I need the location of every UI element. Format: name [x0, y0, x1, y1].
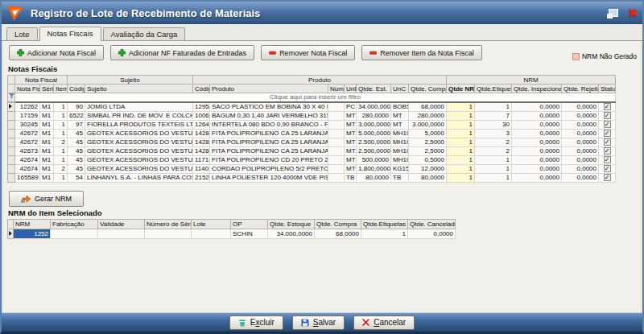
row-indicator[interactable]	[8, 147, 15, 156]
cell[interactable]: 1	[54, 147, 68, 156]
cell[interactable]: ✓	[599, 165, 616, 174]
remover-item-nota-fiscal-button[interactable]: Remover Item da Nota Fiscal	[361, 45, 482, 60]
status-checkbox[interactable]: ✓	[604, 174, 611, 181]
cell[interactable]	[328, 165, 345, 174]
cell[interactable]: 2	[54, 138, 68, 147]
cell[interactable]: 14284	[193, 147, 210, 156]
cell[interactable]: SACO PLASTICO EM BOBINA 30 X 40 INCOLOR	[210, 102, 328, 112]
adicionar-nota-fiscal-button[interactable]: Adicionar Nota Fiscal	[9, 45, 104, 60]
column-header[interactable]: Número	[328, 85, 345, 93]
row-indicator[interactable]	[8, 174, 15, 183]
cell[interactable]: 45	[68, 165, 85, 174]
cell[interactable]: M1	[40, 130, 54, 138]
column-header[interactable]: Validade	[98, 220, 145, 229]
column-header[interactable]: Lote	[192, 220, 231, 229]
cell[interactable]: 0,0000	[562, 102, 599, 112]
cell[interactable]: 3.000,0000	[357, 121, 391, 130]
filter-prompt[interactable]: Clique aqui para inserir um filtro	[15, 93, 616, 103]
row-indicator[interactable]	[8, 121, 15, 130]
column-header[interactable]: Qtde. Est.	[357, 85, 391, 93]
cell[interactable]: BAGUM 0,30 1,40 JARI VERMELHO 3150	[210, 112, 328, 121]
cell[interactable]: 0,0000	[562, 121, 599, 130]
column-header[interactable]: Qtde. Compra	[409, 85, 447, 93]
row-indicator[interactable]	[8, 112, 15, 121]
cell[interactable]: 14284	[193, 138, 210, 147]
cell[interactable]: INTERTELA 080 BDO 0,90 BRANCO - FIORELLA	[210, 121, 328, 130]
cell[interactable]: 1	[475, 102, 512, 112]
cell[interactable]: 1	[447, 138, 475, 147]
cell[interactable]: 0,0000	[512, 130, 562, 138]
cell[interactable]: 1	[54, 174, 68, 183]
cell[interactable]: BOB500	[391, 102, 409, 112]
cell[interactable]: ✓	[599, 138, 616, 147]
cell[interactable]: 0,0000	[512, 121, 562, 130]
row-indicator[interactable]	[8, 156, 15, 165]
cell[interactable]: 2	[54, 165, 68, 174]
column-header[interactable]: Status	[599, 85, 616, 93]
cell[interactable]: 1	[447, 165, 475, 174]
excluir-button[interactable]: Excluir	[229, 315, 283, 330]
cell[interactable]: GEOTEX ACESSORIOS DO VESTUARIO LTDA.	[85, 165, 193, 174]
table-row[interactable]: 42674M1145GEOTEX ACESSORIOS DO VESTUARIO…	[8, 156, 616, 165]
cell[interactable]: 0,0000	[512, 174, 562, 183]
cell[interactable]: MT	[345, 130, 357, 138]
titlebar[interactable]: Registro de Lote de Recebimento de Mater…	[2, 2, 642, 24]
cell[interactable]: 0,0000	[512, 138, 562, 147]
column-header[interactable]: Série	[40, 85, 54, 93]
cell[interactable]: 0,0000	[562, 156, 599, 165]
cell[interactable]	[51, 229, 98, 239]
cell[interactable]: MT	[391, 112, 409, 121]
column-header[interactable]: Qtde.Etiquetas	[361, 220, 408, 229]
cell[interactable]: 0,0000	[512, 147, 562, 156]
row-indicator[interactable]	[8, 229, 14, 239]
cell[interactable]: 1	[54, 112, 68, 121]
cell[interactable]: M1	[40, 121, 54, 130]
cell[interactable]: FITA POLIPROPILENO CD 20 PRETO 2 -GEOTEX	[210, 156, 328, 165]
status-checkbox[interactable]: ✓	[604, 156, 611, 163]
cell[interactable]: M1	[40, 174, 54, 183]
column-header[interactable]: Código	[193, 85, 210, 93]
cell[interactable]: 0,0000	[408, 229, 456, 239]
cell[interactable]: M1	[40, 165, 54, 174]
cell[interactable]: 45	[68, 130, 85, 138]
status-checkbox[interactable]: ✓	[604, 138, 611, 146]
status-checkbox[interactable]: ✓	[604, 130, 611, 137]
column-header[interactable]: Sujeito	[85, 85, 193, 93]
cell[interactable]: 0,0000	[562, 165, 599, 174]
table-row[interactable]: 1252SCHIN34.000,000068,000010,0000	[8, 229, 456, 239]
column-header[interactable]: NRM	[14, 220, 51, 229]
cell[interactable]: MH1000	[391, 138, 409, 147]
cell[interactable]: M1	[40, 138, 54, 147]
column-header[interactable]: Nota Fiscal	[15, 85, 40, 93]
cell[interactable]: 0,0000	[562, 174, 599, 183]
column-header[interactable]: UnE	[345, 85, 357, 93]
cell[interactable]: 3.000,0000	[409, 121, 447, 130]
cell[interactable]: 12954	[193, 102, 210, 112]
cell[interactable]: 80,0000	[357, 174, 391, 183]
cell[interactable]: 2,5000	[409, 138, 447, 147]
cell[interactable]: SCHIN	[231, 229, 268, 239]
cell[interactable]	[328, 102, 345, 112]
cell[interactable]: 68,0000	[315, 229, 361, 239]
cell[interactable]: 5.000,0000	[357, 130, 391, 138]
cell[interactable]: JOMIG LTDA	[85, 102, 193, 112]
cell[interactable]: 90	[68, 102, 85, 112]
cell[interactable]: 1	[361, 229, 408, 239]
cell[interactable]: 1	[475, 165, 512, 174]
cell[interactable]: ✓	[599, 102, 616, 112]
column-header[interactable]: Número de Série	[145, 220, 192, 229]
cell[interactable]: 0,0000	[562, 112, 599, 121]
cell[interactable]: 2	[475, 138, 512, 147]
cell[interactable]: ✓	[599, 156, 616, 165]
cell[interactable]: 42672	[15, 138, 40, 147]
cell[interactable]: 280,0000	[409, 112, 447, 121]
cell[interactable]: 34.000,0000	[357, 102, 391, 112]
cell[interactable]: 42673	[15, 147, 40, 156]
cell[interactable]: 0,0000	[562, 147, 599, 156]
cell[interactable]: 7	[475, 112, 512, 121]
cell[interactable]: LINHANYL S.A. - LINHAS PARA COSER	[85, 174, 193, 183]
row-indicator[interactable]	[8, 102, 15, 112]
cell[interactable]: PC	[345, 102, 357, 112]
cell[interactable]: M1	[40, 156, 54, 165]
cell[interactable]: M1	[40, 102, 54, 112]
